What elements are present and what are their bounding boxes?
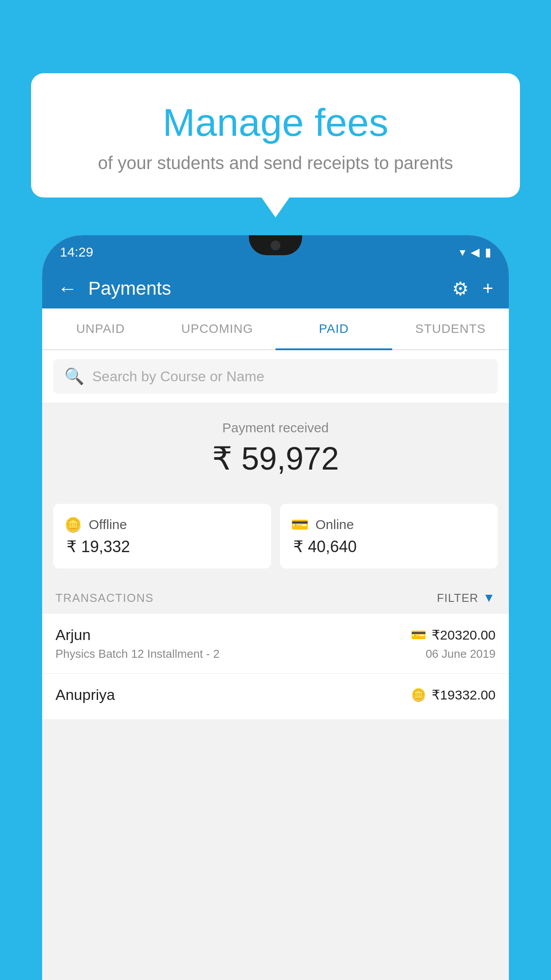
search-placeholder: Search by Course or Name xyxy=(92,368,264,385)
transaction-amount: ₹20320.00 xyxy=(432,627,496,643)
offline-amount: ₹ 19,332 xyxy=(64,537,260,556)
transaction-payment-icon: 🪙 xyxy=(411,688,426,702)
add-icon[interactable]: + xyxy=(482,278,493,299)
tab-unpaid[interactable]: UNPAID xyxy=(42,308,159,349)
payment-total-amount: ₹ 59,972 xyxy=(55,440,496,477)
app-header: ← Payments ⚙ + xyxy=(42,269,509,308)
search-icon: 🔍 xyxy=(64,367,84,386)
transaction-name: Arjun xyxy=(55,626,91,644)
settings-icon[interactable]: ⚙ xyxy=(452,278,469,300)
bubble-subtitle: of your students and send receipts to pa… xyxy=(53,153,498,173)
offline-icon: 🪙 xyxy=(64,516,82,533)
payment-received-label: Payment received xyxy=(55,420,496,435)
header-actions: ⚙ + xyxy=(452,278,493,300)
online-payment-card: 💳 Online ₹ 40,640 xyxy=(280,504,498,569)
transaction-amount: ₹19332.00 xyxy=(432,687,496,703)
back-button[interactable]: ← xyxy=(58,277,77,300)
tab-paid[interactable]: PAID xyxy=(276,308,392,349)
tabs-bar: UNPAID UPCOMING PAID STUDENTS xyxy=(42,308,509,350)
transaction-row[interactable]: Anupriya 🪙 ₹19332.00 xyxy=(42,674,509,720)
transaction-amount-wrapper: 💳 ₹20320.00 xyxy=(411,627,496,643)
payment-cards: 🪙 Offline ₹ 19,332 💳 Online ₹ 40,640 xyxy=(42,504,509,582)
payment-summary: Payment received ₹ 59,972 xyxy=(42,403,509,504)
status-bar: 14:29 ▾ ◀ ▮ xyxy=(42,235,509,269)
status-icons: ▾ ◀ ▮ xyxy=(460,245,491,259)
page-title: Payments xyxy=(88,278,452,299)
bubble-title: Manage fees xyxy=(53,100,498,145)
offline-label: Offline xyxy=(89,517,127,532)
filter-button[interactable]: FILTER ▼ xyxy=(437,591,496,605)
tab-upcoming[interactable]: UPCOMING xyxy=(159,308,276,349)
phone-content: 🔍 Search by Course or Name Payment recei… xyxy=(42,350,509,980)
online-label: Online xyxy=(315,517,354,532)
transaction-payment-icon: 💳 xyxy=(411,628,426,642)
signal-icon: ◀ xyxy=(471,245,480,259)
search-bar-container: 🔍 Search by Course or Name xyxy=(42,350,509,403)
battery-icon: ▮ xyxy=(485,245,491,259)
speech-bubble: Manage fees of your students and send re… xyxy=(31,73,520,198)
wifi-icon: ▾ xyxy=(460,245,465,259)
transactions-label: TRANSACTIONS xyxy=(55,591,154,605)
tab-students[interactable]: STUDENTS xyxy=(392,308,509,349)
transaction-course: Physics Batch 12 Installment - 2 xyxy=(55,647,220,661)
online-amount: ₹ 40,640 xyxy=(291,537,487,556)
transactions-header: TRANSACTIONS FILTER ▼ xyxy=(42,582,509,614)
filter-label: FILTER xyxy=(437,591,479,605)
transaction-name: Anupriya xyxy=(55,686,115,703)
filter-icon: ▼ xyxy=(483,591,496,605)
camera xyxy=(271,241,280,250)
notch xyxy=(249,235,302,255)
phone-device: 14:29 ▾ ◀ ▮ ← Payments ⚙ + UNPAID xyxy=(42,235,509,980)
transaction-row[interactable]: Arjun 💳 ₹20320.00 Physics Batch 12 Insta… xyxy=(42,614,509,674)
transaction-amount-wrapper: 🪙 ₹19332.00 xyxy=(411,687,496,703)
offline-payment-card: 🪙 Offline ₹ 19,332 xyxy=(53,504,271,569)
transaction-date: 06 June 2019 xyxy=(425,647,496,661)
online-icon: 💳 xyxy=(291,516,309,533)
search-input-wrapper[interactable]: 🔍 Search by Course or Name xyxy=(53,359,498,394)
status-time: 14:29 xyxy=(60,245,93,260)
